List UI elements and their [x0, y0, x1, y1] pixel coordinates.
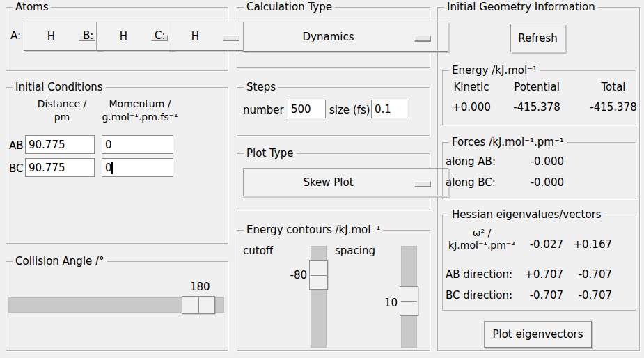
collision-angle-value: 180 [190, 281, 210, 293]
initial-geometry-title: Initial Geometry Information [444, 1, 598, 14]
steps-title: Steps [244, 81, 278, 94]
calculation-type-option-menu[interactable]: Dynamics [243, 22, 448, 52]
atom-c-option-menu[interactable]: H [168, 22, 246, 51]
initial-geometry-group: Initial Geometry Information Refresh Ene… [437, 7, 640, 351]
atom-c-label: C: [155, 29, 166, 42]
plot-eigenvectors-button[interactable]: Plot eigenvectors [484, 321, 592, 348]
energy-subgroup-title: Energy /kJ.mol⁻¹ [449, 64, 540, 77]
option-menu-dash-icon [414, 181, 431, 187]
spacing-slider-thumb[interactable] [400, 286, 418, 316]
bc-distance-input[interactable] [25, 158, 95, 177]
row-bc-label: BC [9, 162, 24, 175]
steps-number-label: number [243, 104, 284, 116]
distance-column-header: Distance / pm [24, 98, 100, 124]
calculation-type-group: Calculation Type Dynamics [237, 7, 430, 68]
collision-angle-group: Collision Angle /° 180 [6, 261, 228, 351]
momentum-column-header: Momentum / g.mol⁻¹.pm.fs⁻¹ [99, 98, 181, 124]
omega-value-1: -0.027 [523, 238, 563, 251]
force-bc-label: along BC: [446, 176, 496, 189]
energy-subgroup: Energy /kJ.mol⁻¹ Kinetic Potential Total… [442, 70, 636, 125]
bc-direction-label: BC direction: [446, 289, 512, 302]
ab-momentum-input[interactable] [102, 135, 173, 154]
hessian-subgroup-title: Hessian eigenvalues/vectors [449, 208, 604, 221]
potential-header: Potential [509, 81, 565, 93]
ab-direction-label: AB direction: [446, 268, 512, 281]
cutoff-label: cutoff [243, 244, 273, 257]
spacing-value: 10 [382, 297, 398, 309]
atom-b-value: H [120, 30, 127, 42]
omega-label: ω² / kJ.mol⁻¹.pm⁻² [443, 226, 521, 251]
force-ab-value: -0.000 [519, 155, 564, 168]
atom-a-label: A: [10, 29, 21, 42]
collision-angle-slider-thumb[interactable] [182, 296, 215, 314]
total-header: Total [586, 81, 641, 93]
atom-a-value: H [47, 30, 55, 42]
initial-conditions-title: Initial Conditions [13, 81, 106, 94]
forces-subgroup-title: Forces /kJ.mol⁻¹.pm⁻¹ [449, 136, 567, 149]
calculation-type-title: Calculation Type [244, 1, 335, 14]
bc-direction-value-2: -0.707 [570, 289, 612, 302]
steps-number-input[interactable] [288, 100, 326, 118]
plot-type-group: Plot Type Skew Plot [237, 153, 430, 210]
hessian-subgroup: Hessian eigenvalues/vectors ω² / kJ.mol⁻… [442, 215, 636, 311]
ab-distance-input[interactable] [25, 135, 95, 154]
bc-direction-value-1: -0.707 [523, 289, 563, 302]
energy-contours-title: Energy contours /kJ.mol⁻¹ [244, 224, 383, 237]
refresh-button[interactable]: Refresh [510, 24, 565, 52]
steps-group: Steps number size (fs) [237, 87, 430, 136]
initial-conditions-group: Initial Conditions Distance / pm Momentu… [6, 87, 228, 244]
omega-value-2: +0.167 [570, 238, 612, 251]
forces-subgroup: Forces /kJ.mol⁻¹.pm⁻¹ along AB: -0.000 a… [442, 142, 636, 199]
potential-value: -415.378 [505, 101, 568, 114]
steps-size-input[interactable] [371, 100, 407, 118]
atoms-group-title: Atoms [13, 1, 51, 14]
kinetic-header: Kinetic [447, 81, 496, 93]
row-ab-label: AB [9, 139, 24, 152]
total-value: -415.378 [582, 101, 644, 114]
ab-direction-value-2: -0.707 [570, 268, 612, 281]
energy-contours-group: Energy contours /kJ.mol⁻¹ cutoff spacing… [237, 230, 430, 351]
option-menu-dash-icon [414, 36, 431, 42]
calculation-type-value: Dynamics [303, 31, 354, 43]
force-ab-label: along AB: [446, 155, 496, 168]
atom-c-value: H [191, 30, 199, 42]
cutoff-slider-thumb[interactable] [309, 260, 328, 290]
plot-type-value: Skew Plot [303, 176, 353, 189]
force-bc-value: -0.000 [519, 176, 564, 189]
atoms-group: Atoms A: H B: H C: H [6, 7, 228, 71]
steps-size-label: size (fs) [329, 104, 370, 116]
text-caret [111, 162, 113, 174]
atom-b-label: B: [83, 29, 93, 42]
ab-direction-value-1: +0.707 [523, 268, 563, 281]
cutoff-value: -80 [286, 269, 307, 281]
collision-angle-title: Collision Angle /° [13, 255, 107, 268]
plot-type-title: Plot Type [244, 147, 297, 160]
plot-type-option-menu[interactable]: Skew Plot [243, 168, 448, 196]
spacing-label: spacing [335, 244, 375, 257]
kinetic-value: +0.000 [447, 101, 496, 114]
